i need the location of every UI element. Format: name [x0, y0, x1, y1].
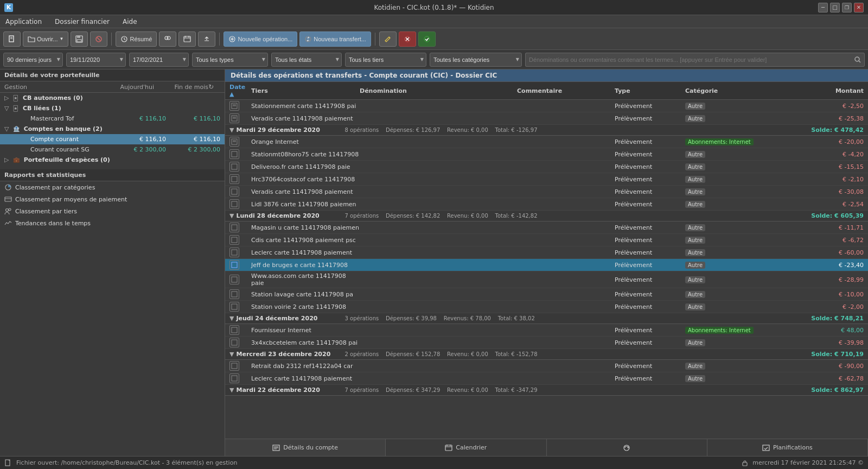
- table-scroll[interactable]: Stationnement carte 11417908 pai Prélève…: [225, 100, 868, 439]
- category-select[interactable]: Toutes les catégories: [430, 53, 522, 67]
- svg-rect-49: [232, 291, 237, 297]
- day-group-header[interactable]: ▼ Mardi 22 décembre 2020 7 opérations Dé…: [225, 385, 868, 396]
- tab-calendrier[interactable]: Calendrier: [386, 439, 546, 456]
- table-row[interactable]: Leclerc carte 11417908 paiement Prélèvem…: [225, 246, 868, 259]
- table-row[interactable]: Www.asos.com carte 11417908 paie Prélève…: [225, 271, 868, 288]
- table-row[interactable]: Veradis carte 11417908 paiement Prélèvem…: [225, 186, 868, 198]
- date-from-input[interactable]: [66, 53, 126, 67]
- tab-planifications[interactable]: Planifications: [707, 439, 868, 456]
- report-trends[interactable]: Tendances dans le temps: [0, 217, 225, 229]
- day-stats: 7 opérations Dépenses: € 142,82 Revenu: …: [344, 213, 811, 219]
- menu-aide[interactable]: Aide: [119, 17, 141, 27]
- day-group-header[interactable]: ▼ Lundi 28 décembre 2020 7 opérations Dé…: [225, 211, 868, 221]
- titlebar: K Kotidien - CIC.kot (0.1.8)* — Kotidien…: [0, 0, 868, 15]
- table-row-selected[interactable]: Jeff de bruges e carte 11417908 Prélèvem…: [225, 259, 868, 271]
- minimize-btn[interactable]: ─: [818, 3, 828, 12]
- sidebar-item-courant-sg[interactable]: Courant courant SG € 2 300,00 € 2 300,00: [0, 144, 225, 155]
- menu-dossier[interactable]: Dossier financier: [52, 17, 113, 27]
- table-row[interactable]: Deliveroo.fr carte 11417908 paie Prélève…: [225, 161, 868, 173]
- cancel-button[interactable]: [90, 31, 107, 47]
- refresh-icon: [623, 444, 630, 452]
- table-row[interactable]: Station lavage carte 11417908 pa Prélève…: [225, 288, 868, 301]
- table-row[interactable]: Magasin u carte 11417908 paiemen Prélève…: [225, 221, 868, 234]
- maximize-btn[interactable]: □: [830, 3, 840, 12]
- table-row[interactable]: Orange Internet Prélèvement Abonnements:…: [225, 136, 868, 148]
- sidebar-item-mastercard[interactable]: Mastercard Tof € 116,10 € 116,10: [0, 113, 225, 124]
- report-payments[interactable]: Classement par moyens de paiement: [0, 193, 225, 205]
- save-button[interactable]: [71, 31, 88, 47]
- svg-rect-41: [232, 176, 237, 182]
- svg-rect-50: [232, 304, 237, 309]
- toolbar: Ouvrir... ▼ Résumé Nouvelle opération...…: [0, 28, 868, 50]
- export-button[interactable]: [198, 31, 215, 47]
- tx-amount: € -39,98: [815, 339, 864, 346]
- sidebar-item-compte-courant[interactable]: Compte courant € 116,10 € 116,10: [0, 134, 225, 144]
- day-title: Mardi 22 décembre 2020: [236, 386, 344, 394]
- close-btn[interactable]: ✕: [854, 3, 864, 12]
- planning-button[interactable]: [178, 31, 196, 47]
- report-tiers[interactable]: Classement par tiers: [0, 205, 225, 217]
- col-date[interactable]: Date ▲: [229, 84, 251, 98]
- sidebar-item-cb-liees[interactable]: ▽ 🃏 CB liées (1): [0, 103, 225, 113]
- new-operation-button[interactable]: Nouvelle opération...: [224, 31, 297, 47]
- expand-comptes-icon: ▽: [4, 125, 11, 132]
- tab-details-compte[interactable]: Détails du compte: [225, 439, 386, 456]
- tx-type: Prélèvement: [615, 188, 685, 195]
- table-row[interactable]: Retrait dab 2312 ref14122a04 car Prélève…: [225, 360, 868, 372]
- sidebar-item-portefeuille[interactable]: ▷ 💼 Portefeuille d'espèces (0): [0, 155, 225, 165]
- resume-button[interactable]: Résumé: [116, 31, 157, 47]
- table-row[interactable]: Fournisseur Internet Prélèvement Abonnem…: [225, 324, 868, 337]
- col-category[interactable]: Catégorie: [685, 87, 772, 94]
- table-row[interactable]: Hrc37064costacof carte 11417908 Prélèvem…: [225, 173, 868, 186]
- new-transfer-button[interactable]: Nouveau transfert...: [299, 31, 371, 47]
- period-select[interactable]: 90 derniers jours: [3, 53, 63, 67]
- compte-courant-label: Compte courant: [30, 136, 112, 143]
- tier-select[interactable]: Tous les tiers: [345, 53, 426, 67]
- tx-category: Autre: [685, 176, 772, 183]
- tx-category: Autre: [685, 339, 772, 346]
- col-comment[interactable]: Commentaire: [517, 87, 615, 94]
- table-row[interactable]: Lidl 3876 carte 11417908 paiemen Prélève…: [225, 198, 868, 211]
- open-label: Ouvrir...: [37, 36, 58, 42]
- day-group-header[interactable]: ▼ Jeudi 24 décembre 2020 3 opérations Dé…: [225, 313, 868, 324]
- search-button[interactable]: [851, 53, 865, 67]
- tx-tiers: Veradis carte 11417908 paiement: [251, 115, 360, 122]
- tx-icon: [229, 162, 239, 172]
- report-categories[interactable]: Classement par catégories: [0, 181, 225, 193]
- table-row[interactable]: Stationnement carte 11417908 pai Prélève…: [225, 100, 868, 112]
- state-select[interactable]: Tous les états: [271, 53, 342, 67]
- svg-rect-45: [232, 237, 237, 243]
- tab-refresh[interactable]: [547, 439, 707, 456]
- tx-icon: [229, 113, 239, 123]
- type-select[interactable]: Tous les types: [192, 53, 268, 67]
- table-row[interactable]: Cdis carte 11417908 paiement psc Prélève…: [225, 234, 868, 246]
- col-amount[interactable]: Montant: [815, 87, 864, 94]
- new-doc-button[interactable]: [3, 31, 21, 47]
- col-denomination[interactable]: Dénomination: [360, 87, 517, 94]
- date-to-input[interactable]: [129, 53, 189, 67]
- tx-icon: [229, 338, 239, 347]
- search-input[interactable]: [525, 53, 851, 67]
- delete-button[interactable]: [399, 31, 416, 47]
- day-group-header[interactable]: ▼ Mercredi 23 décembre 2020 2 opérations…: [225, 349, 868, 360]
- table-row[interactable]: Veradis carte 11417908 paiement Prélèvem…: [225, 112, 868, 125]
- day-group-header[interactable]: ▼ Mardi 29 décembre 2020 8 opérations Dé…: [225, 125, 868, 136]
- table-row[interactable]: Station voirie 2 carte 11417908 Prélèvem…: [225, 301, 868, 313]
- tx-icon: [229, 149, 239, 159]
- menu-application[interactable]: Application: [2, 17, 45, 27]
- validate-button[interactable]: [418, 31, 436, 47]
- tx-tiers: Hrc37064costacof carte 11417908: [251, 176, 360, 183]
- sidebar-item-comptes-banque[interactable]: ▽ 🏦 Comptes en banque (2): [0, 124, 225, 134]
- sidebar-item-cb-autonomes[interactable]: ▷ 🃏 CB autonomes (0): [0, 93, 225, 103]
- refresh-icon[interactable]: ↻: [208, 83, 220, 91]
- table-row[interactable]: 3x4xcbcetelem carte 11417908 pai Prélève…: [225, 337, 868, 349]
- table-row[interactable]: Leclerc carte 11417908 paiement Prélèvem…: [225, 372, 868, 385]
- accounts-button[interactable]: [159, 31, 176, 47]
- tx-icon: [229, 361, 239, 371]
- restore-btn[interactable]: ❐: [842, 3, 852, 12]
- edit-button[interactable]: [379, 31, 397, 47]
- table-row[interactable]: Stationmt08horo75 carte 11417908 Prélève…: [225, 148, 868, 161]
- col-tiers[interactable]: Tiers: [251, 87, 360, 94]
- col-type[interactable]: Type: [615, 87, 685, 94]
- open-button[interactable]: Ouvrir... ▼: [23, 31, 68, 47]
